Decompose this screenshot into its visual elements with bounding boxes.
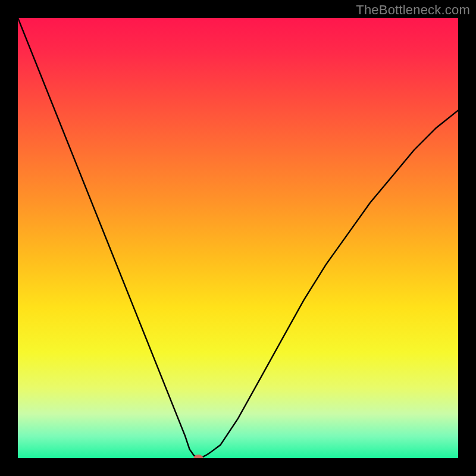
watermark-text: TheBottleneck.com [356, 2, 470, 18]
bottleneck-curve [18, 18, 458, 458]
optimal-marker [193, 455, 203, 458]
curve-svg [18, 18, 458, 458]
plot-area [18, 18, 458, 458]
chart-container: TheBottleneck.com [0, 0, 476, 476]
